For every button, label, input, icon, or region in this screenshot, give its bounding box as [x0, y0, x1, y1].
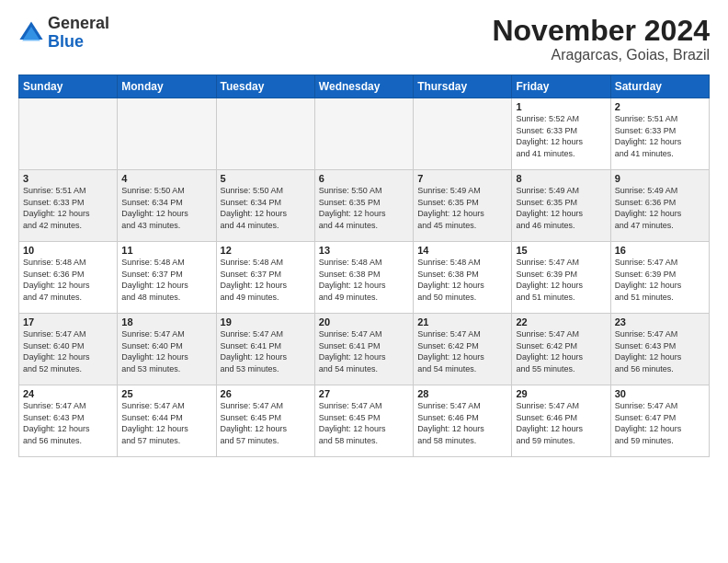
day-info: Sunrise: 5:47 AMSunset: 6:41 PMDaylight:…: [221, 328, 311, 374]
day-number: 13: [319, 245, 409, 256]
day-info: Sunrise: 5:51 AMSunset: 6:33 PMDaylight:…: [615, 113, 705, 159]
day-info: Sunrise: 5:49 AMSunset: 6:35 PMDaylight:…: [516, 185, 606, 231]
day-cell: 24Sunrise: 5:47 AMSunset: 6:43 PMDayligh…: [19, 385, 118, 457]
day-info: Sunrise: 5:50 AMSunset: 6:34 PMDaylight:…: [121, 185, 211, 231]
day-info: Sunrise: 5:48 AMSunset: 6:37 PMDaylight:…: [121, 257, 211, 303]
day-number: 30: [615, 388, 705, 399]
day-info: Sunrise: 5:47 AMSunset: 6:40 PMDaylight:…: [121, 328, 211, 374]
day-cell: 19Sunrise: 5:47 AMSunset: 6:41 PMDayligh…: [216, 314, 314, 385]
day-number: 4: [121, 173, 211, 184]
day-cell: 11Sunrise: 5:48 AMSunset: 6:37 PMDayligh…: [118, 242, 216, 314]
week-row-4: 17Sunrise: 5:47 AMSunset: 6:40 PMDayligh…: [19, 314, 710, 385]
header: General Blue November 2024 Aragarcas, Go…: [18, 15, 710, 63]
day-info: Sunrise: 5:47 AMSunset: 6:39 PMDaylight:…: [615, 257, 705, 303]
day-number: 16: [615, 245, 705, 256]
day-info: Sunrise: 5:47 AMSunset: 6:39 PMDaylight:…: [516, 257, 606, 303]
day-number: 28: [417, 388, 507, 399]
day-cell: 3Sunrise: 5:51 AMSunset: 6:33 PMDaylight…: [19, 170, 118, 242]
day-cell: [19, 98, 118, 170]
day-number: 2: [615, 101, 705, 112]
day-cell: 17Sunrise: 5:47 AMSunset: 6:40 PMDayligh…: [19, 314, 118, 385]
day-cell: 21Sunrise: 5:47 AMSunset: 6:42 PMDayligh…: [414, 314, 512, 385]
weekday-monday: Monday: [118, 75, 216, 98]
day-info: Sunrise: 5:47 AMSunset: 6:45 PMDaylight:…: [319, 400, 409, 446]
day-cell: 25Sunrise: 5:47 AMSunset: 6:44 PMDayligh…: [118, 385, 216, 457]
day-cell: 26Sunrise: 5:47 AMSunset: 6:45 PMDayligh…: [216, 385, 314, 457]
day-info: Sunrise: 5:47 AMSunset: 6:42 PMDaylight:…: [417, 328, 507, 374]
logo-icon: [18, 20, 44, 46]
day-info: Sunrise: 5:52 AMSunset: 6:33 PMDaylight:…: [516, 113, 606, 159]
day-cell: 9Sunrise: 5:49 AMSunset: 6:36 PMDaylight…: [610, 170, 709, 242]
day-number: 3: [23, 173, 113, 184]
calendar: SundayMondayTuesdayWednesdayThursdayFrid…: [18, 75, 710, 457]
day-info: Sunrise: 5:50 AMSunset: 6:35 PMDaylight:…: [319, 185, 409, 231]
day-cell: 13Sunrise: 5:48 AMSunset: 6:38 PMDayligh…: [314, 242, 413, 314]
day-number: 24: [23, 388, 113, 399]
day-info: Sunrise: 5:48 AMSunset: 6:37 PMDaylight:…: [221, 257, 311, 303]
day-cell: 23Sunrise: 5:47 AMSunset: 6:43 PMDayligh…: [610, 314, 709, 385]
logo-blue: Blue: [48, 32, 84, 51]
day-cell: 15Sunrise: 5:47 AMSunset: 6:39 PMDayligh…: [512, 242, 610, 314]
day-cell: 22Sunrise: 5:47 AMSunset: 6:42 PMDayligh…: [512, 314, 610, 385]
day-info: Sunrise: 5:51 AMSunset: 6:33 PMDaylight:…: [23, 185, 113, 231]
day-cell: 6Sunrise: 5:50 AMSunset: 6:35 PMDaylight…: [314, 170, 413, 242]
day-number: 7: [417, 173, 507, 184]
day-number: 23: [615, 316, 705, 327]
weekday-wednesday: Wednesday: [314, 75, 413, 98]
logo: General Blue: [18, 15, 109, 52]
day-info: Sunrise: 5:48 AMSunset: 6:38 PMDaylight:…: [319, 257, 409, 303]
day-info: Sunrise: 5:49 AMSunset: 6:36 PMDaylight:…: [615, 185, 705, 231]
day-cell: 10Sunrise: 5:48 AMSunset: 6:36 PMDayligh…: [19, 242, 118, 314]
weekday-sunday: Sunday: [19, 75, 118, 98]
day-cell: [118, 98, 216, 170]
day-cell: 4Sunrise: 5:50 AMSunset: 6:34 PMDaylight…: [118, 170, 216, 242]
day-number: 1: [516, 101, 606, 112]
day-info: Sunrise: 5:49 AMSunset: 6:35 PMDaylight:…: [417, 185, 507, 231]
day-cell: 20Sunrise: 5:47 AMSunset: 6:41 PMDayligh…: [314, 314, 413, 385]
day-number: 21: [417, 316, 507, 327]
day-number: 9: [615, 173, 705, 184]
day-number: 12: [221, 245, 311, 256]
day-number: 26: [221, 388, 311, 399]
day-number: 14: [417, 245, 507, 256]
week-row-5: 24Sunrise: 5:47 AMSunset: 6:43 PMDayligh…: [19, 385, 710, 457]
weekday-thursday: Thursday: [414, 75, 512, 98]
weekday-tuesday: Tuesday: [216, 75, 314, 98]
day-info: Sunrise: 5:47 AMSunset: 6:46 PMDaylight:…: [417, 400, 507, 446]
day-info: Sunrise: 5:47 AMSunset: 6:47 PMDaylight:…: [615, 400, 705, 446]
day-number: 29: [516, 388, 606, 399]
day-number: 22: [516, 316, 606, 327]
day-number: 17: [23, 316, 113, 327]
day-number: 18: [121, 316, 211, 327]
logo-text: General Blue: [48, 15, 109, 52]
day-info: Sunrise: 5:47 AMSunset: 6:44 PMDaylight:…: [121, 400, 211, 446]
day-cell: 12Sunrise: 5:48 AMSunset: 6:37 PMDayligh…: [216, 242, 314, 314]
day-number: 11: [121, 245, 211, 256]
day-cell: [414, 98, 512, 170]
day-number: 15: [516, 245, 606, 256]
day-cell: 29Sunrise: 5:47 AMSunset: 6:46 PMDayligh…: [512, 385, 610, 457]
day-info: Sunrise: 5:48 AMSunset: 6:36 PMDaylight:…: [23, 257, 113, 303]
day-number: 27: [319, 388, 409, 399]
day-info: Sunrise: 5:47 AMSunset: 6:46 PMDaylight:…: [516, 400, 606, 446]
day-cell: 14Sunrise: 5:48 AMSunset: 6:38 PMDayligh…: [414, 242, 512, 314]
day-number: 19: [221, 316, 311, 327]
day-info: Sunrise: 5:47 AMSunset: 6:43 PMDaylight:…: [23, 400, 113, 446]
page: General Blue November 2024 Aragarcas, Go…: [0, 0, 728, 466]
day-cell: 18Sunrise: 5:47 AMSunset: 6:40 PMDayligh…: [118, 314, 216, 385]
day-cell: 5Sunrise: 5:50 AMSunset: 6:34 PMDaylight…: [216, 170, 314, 242]
title-area: November 2024 Aragarcas, Goias, Brazil: [492, 15, 710, 63]
day-info: Sunrise: 5:48 AMSunset: 6:38 PMDaylight:…: [417, 257, 507, 303]
location: Aragarcas, Goias, Brazil: [492, 47, 710, 63]
day-cell: 28Sunrise: 5:47 AMSunset: 6:46 PMDayligh…: [414, 385, 512, 457]
month-title: November 2024: [492, 15, 710, 47]
day-cell: 8Sunrise: 5:49 AMSunset: 6:35 PMDaylight…: [512, 170, 610, 242]
weekday-friday: Friday: [512, 75, 610, 98]
day-info: Sunrise: 5:47 AMSunset: 6:45 PMDaylight:…: [221, 400, 311, 446]
weekday-saturday: Saturday: [610, 75, 709, 98]
day-number: 20: [319, 316, 409, 327]
day-info: Sunrise: 5:47 AMSunset: 6:43 PMDaylight:…: [615, 328, 705, 374]
week-row-3: 10Sunrise: 5:48 AMSunset: 6:36 PMDayligh…: [19, 242, 710, 314]
day-number: 10: [23, 245, 113, 256]
day-number: 6: [319, 173, 409, 184]
